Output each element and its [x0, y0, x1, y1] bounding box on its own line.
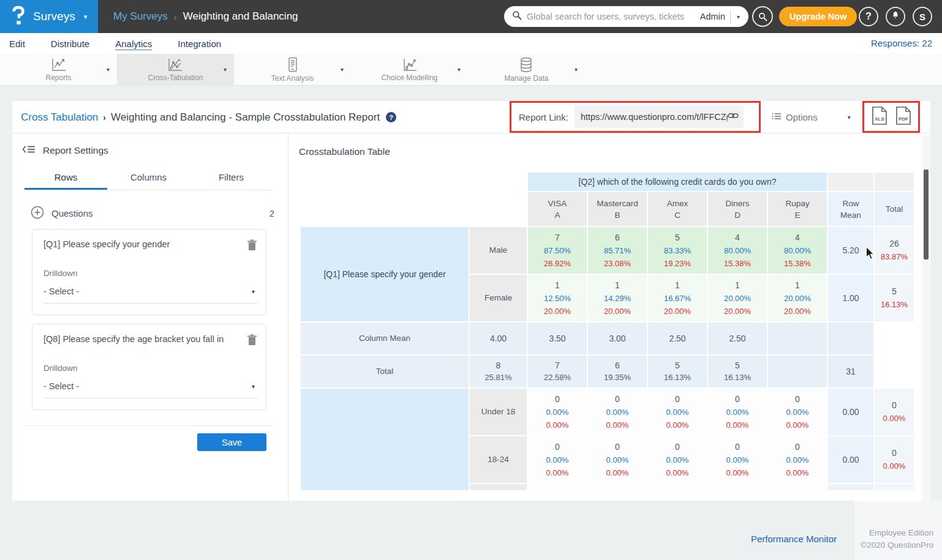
report-link-field[interactable]: https://www.questionpro.com/t/lFFCZg: [575, 106, 744, 128]
toolbar-item-manage-data[interactable]: Manage Data▾: [468, 54, 585, 86]
breadcrumb-my-surveys[interactable]: My Surveys: [113, 10, 168, 23]
data-cell: [768, 484, 827, 490]
list-options-icon: [772, 112, 782, 122]
delete-question-icon[interactable]: [247, 334, 257, 348]
report-title: Weighting and Balancing - Sample Crossta…: [111, 111, 380, 124]
help-icon[interactable]: ?: [386, 112, 396, 122]
user-avatar[interactable]: S: [913, 7, 932, 26]
copyright-label: ©2020 QuestionPro: [861, 539, 933, 551]
row-mean-cell: 5.20: [828, 227, 873, 274]
data-cell: 480.00%15.38%: [708, 227, 767, 274]
add-question-icon[interactable]: [31, 206, 44, 221]
scrollbar-thumb[interactable]: [924, 170, 929, 259]
chevron-down-icon[interactable]: ▾: [575, 66, 578, 73]
report-settings-panel: Report Settings Rows Columns Filters Que…: [12, 133, 288, 501]
column-group-header: [Q2] which of the following credit cards…: [528, 173, 827, 191]
table-cell: [828, 173, 873, 191]
toolbar-item-label: Text Analysis: [271, 74, 314, 83]
save-button[interactable]: Save: [197, 433, 266, 451]
export-xls-icon[interactable]: XLS: [872, 106, 887, 127]
data-cell: 583.33%19.23%: [648, 227, 707, 274]
row-mean-cell: 0.00: [828, 436, 873, 483]
divider: [22, 425, 273, 426]
drilldown-select[interactable]: - Select - ▾: [43, 286, 257, 304]
data-cell: 00.00%0.00%: [768, 389, 827, 435]
question-card-q1: [Q1] Please specify your gender Drilldow…: [32, 229, 266, 315]
data-cell: [648, 484, 707, 490]
top-navbar: Surveys ▾ My Surveys › Weighting and Bal…: [0, 0, 942, 33]
nav-item-analytics[interactable]: Analytics: [115, 39, 152, 49]
tab-rows[interactable]: Rows: [24, 172, 107, 190]
chevron-down-icon[interactable]: ▾: [848, 114, 851, 121]
report-link-annotation-box: Report Link: https://www.questionpro.com…: [510, 101, 761, 133]
column-header-total: Total: [875, 192, 914, 226]
data-cell: 480.00%15.38%: [768, 227, 827, 274]
mean-cell: 2.50: [708, 323, 767, 354]
tab-filters[interactable]: Filters: [190, 172, 273, 190]
row-group-label: [Q1] Please specify your gender: [301, 227, 469, 321]
breadcrumb: My Surveys › Weighting and Balancing: [113, 0, 298, 33]
footer: Performance Monitor Employee Edition ©20…: [0, 501, 942, 560]
toolbar-item-choice-modelling[interactable]: Choice Modelling▾: [351, 54, 468, 86]
total-cell: 00.00%: [875, 436, 914, 483]
drilldown-select[interactable]: - Select - ▾: [43, 381, 257, 398]
upgrade-now-button[interactable]: Upgrade Now: [779, 7, 857, 26]
global-search: Admin ▾: [504, 6, 748, 27]
data-cell: 116.67%20.00%: [648, 275, 707, 321]
data-cell: 00.00%0.00%: [648, 436, 707, 483]
chevron-down-icon[interactable]: ▾: [458, 66, 461, 73]
search-scope-label[interactable]: Admin: [700, 12, 725, 21]
report-header-bar: Cross Tabulation › Weighting and Balanci…: [12, 101, 930, 133]
chevron-down-icon[interactable]: ▾: [737, 13, 740, 20]
data-cell: 00.00%0.00%: [768, 436, 827, 483]
product-menu[interactable]: Surveys ▾: [0, 0, 98, 33]
nav-item-distribute[interactable]: Distribute: [51, 39, 89, 49]
row-mean-cell: 1.00: [828, 275, 873, 321]
chevron-down-icon[interactable]: ▾: [341, 66, 344, 73]
toolbar-item-cross-tabulation[interactable]: Cross-Tabulation▾: [117, 54, 234, 86]
table-cell: [875, 173, 914, 191]
help-button[interactable]: ?: [859, 7, 878, 26]
export-annotation-box: XLS PDF: [862, 101, 920, 133]
cross-tabulation-link[interactable]: Cross Tabulation: [21, 111, 98, 124]
export-pdf-icon[interactable]: PDF: [895, 106, 911, 127]
tab-columns[interactable]: Columns: [107, 172, 190, 190]
data-cell: 00.00%0.00%: [708, 389, 767, 435]
collapse-panel-icon[interactable]: [22, 144, 36, 157]
column-header-rupay: RupayE: [768, 192, 827, 226]
analytics-toolbar: Reports▾Cross-Tabulation▾Text Analysis▾C…: [0, 54, 942, 86]
row-mean-cell: [768, 356, 827, 387]
toolbar-item-label: Reports: [45, 73, 71, 82]
global-search-input[interactable]: [527, 12, 696, 21]
toolbar-item-label: Manage Data: [504, 74, 548, 83]
question-card-q8: [Q8] Please specify the age bracket you …: [32, 324, 266, 410]
edition-label: Employee Edition: [861, 527, 933, 539]
column-header-diners: DinersD: [708, 192, 767, 226]
vertical-scrollbar[interactable]: [922, 136, 930, 501]
chevron-down-icon[interactable]: ▾: [107, 66, 110, 73]
data-cell: 787.50%26.92%: [528, 227, 587, 274]
crosstab-title: Crosstabulation Table: [299, 146, 390, 157]
link-icon[interactable]: [728, 111, 739, 122]
column-header-row-mean: Row Mean: [828, 192, 873, 226]
notifications-button[interactable]: [886, 7, 905, 26]
responses-count[interactable]: Responses: 22: [871, 38, 932, 48]
question-mark-icon: ?: [865, 11, 872, 22]
report-link-url[interactable]: https://www.questionpro.com/t/lFFCZg: [581, 112, 728, 122]
chevron-down-icon: ▾: [84, 13, 88, 21]
toolbar-item-text-analysis[interactable]: Text Analysis▾: [234, 54, 351, 86]
toolbar-item-reports[interactable]: Reports▾: [0, 54, 117, 86]
nav-item-integration[interactable]: Integration: [178, 39, 221, 49]
data-cell: [588, 484, 647, 490]
data-cell: 685.71%23.08%: [588, 227, 647, 274]
options-dropdown[interactable]: Options ▾: [772, 101, 851, 133]
table-cell: [301, 192, 527, 226]
delete-question-icon[interactable]: [247, 239, 257, 253]
table-row: VISAA MastercardB AmexC DinersD RupayE R…: [301, 192, 914, 226]
performance-monitor-link[interactable]: Performance Monitor: [751, 534, 837, 544]
nav-item-edit[interactable]: Edit: [9, 39, 25, 49]
data-cell: 00.00%0.00%: [528, 436, 587, 483]
questionpro-logo-icon: [11, 6, 26, 28]
search-submit-button[interactable]: [752, 6, 773, 27]
chevron-down-icon[interactable]: ▾: [224, 66, 227, 73]
